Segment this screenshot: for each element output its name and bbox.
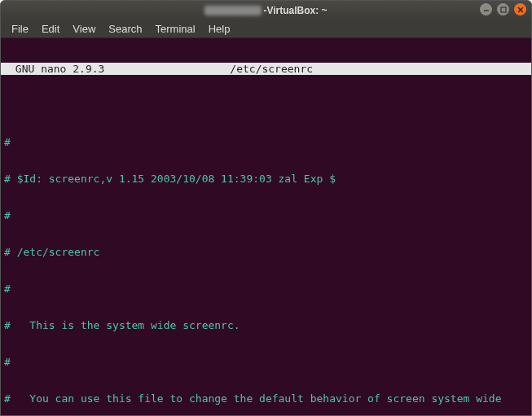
file-line: # /etc/screenrc — [4, 246, 528, 258]
redacted-hostname — [204, 6, 262, 15]
nano-buffer[interactable]: # # $Id: screenrc,v 1.15 2003/10/08 11:3… — [1, 112, 531, 415]
file-line: # You can use this file to change the de… — [4, 392, 528, 405]
menu-help[interactable]: Help — [203, 21, 236, 37]
nano-filename: /etc/screenrc — [104, 63, 438, 75]
minimize-button[interactable] — [480, 3, 492, 15]
file-line: # — [4, 209, 528, 221]
maximize-button[interactable] — [497, 3, 509, 15]
nano-version: GNU nano 2.9.3 — [4, 63, 104, 75]
window-controls — [480, 3, 526, 15]
menu-terminal[interactable]: Terminal — [150, 21, 201, 37]
file-line: # — [4, 356, 528, 368]
menu-search[interactable]: Search — [103, 21, 147, 37]
window-titlebar: -VirtualBox: ~ — [1, 1, 531, 20]
nano-titlebar: GNU nano 2.9.3 /etc/screenrc — [1, 63, 531, 75]
menu-view[interactable]: View — [67, 21, 101, 37]
file-line: # — [4, 282, 528, 295]
file-line: # $Id: screenrc,v 1.15 2003/10/08 11:39:… — [4, 173, 528, 185]
menu-file[interactable]: File — [6, 21, 34, 37]
file-line: # — [4, 136, 528, 148]
menu-edit[interactable]: Edit — [36, 21, 65, 37]
menubar: File Edit View Search Terminal Help — [1, 20, 531, 38]
svg-rect-1 — [501, 7, 506, 12]
window-title-suffix: -VirtualBox: ~ — [263, 5, 327, 16]
file-line: # This is the system wide screenrc. — [4, 319, 528, 331]
terminal-window: -VirtualBox: ~ File Edit View Search Ter… — [0, 0, 532, 416]
close-button[interactable] — [514, 3, 526, 15]
terminal-viewport[interactable]: GNU nano 2.9.3 /etc/screenrc # # $Id: sc… — [1, 38, 531, 415]
